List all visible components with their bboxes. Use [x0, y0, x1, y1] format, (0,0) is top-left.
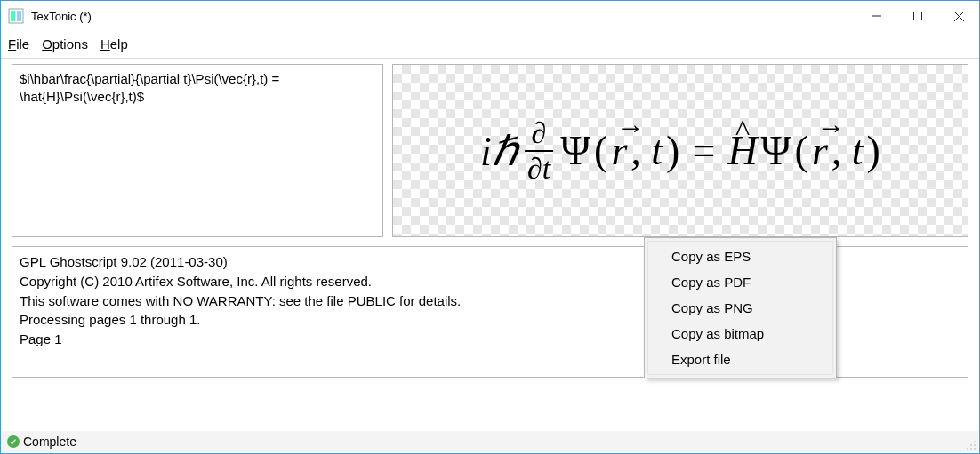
menu-file[interactable]: File [8, 36, 29, 52]
ctx-copy-png[interactable]: Copy as PNG [648, 295, 832, 321]
ctx-copy-eps[interactable]: Copy as EPS [648, 243, 832, 269]
menu-divider [1, 58, 979, 59]
check-icon: ✓ [7, 435, 20, 448]
rendered-equation: iℏ ∂ ∂t Ψ ( r→ , t ) = H^ Ψ ( r→ , t ) [480, 118, 880, 184]
menu-bar: File Options Help [1, 31, 979, 56]
maximize-button[interactable] [897, 3, 938, 29]
minimize-button[interactable] [856, 3, 897, 29]
svg-point-7 [974, 441, 976, 442]
title-bar: TexTonic (*) [1, 1, 979, 31]
svg-rect-1 [11, 11, 15, 21]
svg-point-8 [970, 444, 972, 446]
svg-point-10 [967, 448, 968, 450]
equation-preview[interactable]: iℏ ∂ ∂t Ψ ( r→ , t ) = H^ Ψ ( r→ , t ) [392, 64, 968, 237]
ctx-export-file[interactable]: Export file [648, 346, 832, 372]
svg-rect-2 [17, 11, 21, 21]
window-title: TexTonic (*) [31, 10, 92, 23]
ctx-copy-pdf[interactable]: Copy as PDF [648, 269, 832, 295]
resize-grip[interactable] [964, 438, 976, 450]
menu-options[interactable]: Options [42, 36, 88, 52]
svg-point-12 [974, 448, 976, 450]
close-button[interactable] [938, 3, 979, 29]
svg-point-11 [970, 448, 972, 450]
status-bar: ✓ Complete [2, 431, 978, 452]
app-icon [8, 8, 24, 24]
svg-point-9 [974, 444, 976, 446]
context-menu: Copy as EPS Copy as PDF Copy as PNG Copy… [644, 237, 837, 378]
svg-rect-4 [914, 12, 922, 20]
menu-help[interactable]: Help [100, 36, 128, 52]
ctx-copy-bitmap[interactable]: Copy as bitmap [648, 321, 832, 346]
status-text: Complete [23, 434, 76, 449]
latex-input[interactable]: $i\hbar\frac{\partial}{\partial t}\Psi(\… [12, 64, 383, 237]
